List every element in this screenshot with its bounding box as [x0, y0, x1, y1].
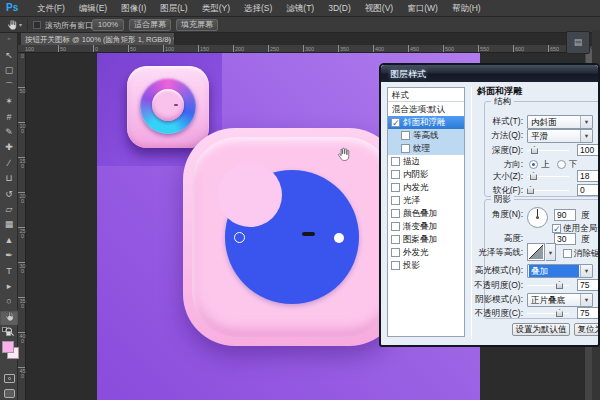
collapsed-panel-icon[interactable]: ▤	[566, 31, 590, 54]
quick-mask-icon[interactable]	[4, 374, 15, 383]
tool-gradient-tool[interactable]: ▦	[0, 217, 18, 232]
tool-lasso-tool[interactable]: ⌒	[0, 79, 18, 94]
scroll-all-windows-checkbox[interactable]	[33, 21, 41, 29]
shadow-mode-select[interactable]: 正片叠底 ▼	[527, 293, 593, 307]
style-checkbox[interactable]	[401, 131, 410, 140]
shadow-opacity-input[interactable]: 75	[577, 307, 600, 319]
chevron-down-icon[interactable]: ▾	[19, 21, 22, 28]
tool-eraser-tool[interactable]: ▱	[0, 202, 18, 217]
layer-style-item[interactable]: 图案叠加	[388, 233, 464, 246]
panel-collapse-icon[interactable]: »	[0, 34, 18, 42]
menu-item[interactable]: 滤镜(T)	[279, 0, 321, 17]
style-checkbox[interactable]	[391, 222, 400, 231]
tool-zoom-tool[interactable]	[0, 325, 18, 340]
tab-close-icon[interactable]: ×	[166, 35, 171, 44]
tool-blur-tool[interactable]: ▲	[0, 233, 18, 248]
gloss-contour-thumbnail[interactable]	[527, 243, 545, 261]
styles-list-panel: 样式 混合选项:默认✓斜面和浮雕等高线纹理描边内阴影内发光光泽颜色叠加渐变叠加图…	[387, 87, 465, 337]
dialog-title-bar[interactable]: 图层样式	[381, 65, 598, 82]
highlight-mode-select[interactable]: 叠加 ▼	[527, 264, 593, 278]
anti-alias-checkbox[interactable]	[563, 249, 572, 258]
menu-item[interactable]: 3D(D)	[321, 0, 358, 17]
tool-type-tool[interactable]: T	[0, 264, 18, 279]
method-label: 方法(Q):	[465, 129, 523, 142]
layer-style-item[interactable]: 光泽	[388, 194, 464, 207]
direction-down-radio[interactable]	[557, 160, 566, 169]
layer-style-item[interactable]: ✓斜面和浮雕	[388, 116, 464, 129]
tool-marquee-tool[interactable]: ▢	[0, 63, 18, 78]
tool-ellipse-tool[interactable]: ○	[0, 294, 18, 309]
soften-slider[interactable]	[527, 184, 569, 196]
layer-style-item[interactable]: 等高线	[388, 129, 464, 142]
technique-select[interactable]: 平滑 ▼	[527, 129, 593, 143]
menu-item[interactable]: 窗口(W)	[400, 0, 445, 17]
style-checkbox[interactable]	[401, 144, 410, 153]
chevron-down-icon[interactable]: ▼	[546, 243, 556, 261]
direction-up-radio[interactable]	[529, 160, 538, 169]
fit-screen-button[interactable]: 适合屏幕	[129, 19, 171, 31]
menu-item[interactable]: 图像(I)	[114, 0, 153, 17]
size-slider[interactable]	[527, 170, 569, 182]
style-checkbox[interactable]	[391, 157, 400, 166]
tool-clone-stamp-tool[interactable]: ⊔	[0, 171, 18, 186]
layer-style-item[interactable]: 渐变叠加	[388, 220, 464, 233]
layer-style-item[interactable]: 混合选项:默认	[388, 103, 464, 116]
layer-style-item[interactable]: 纹理	[388, 142, 464, 155]
tool-hand-tool[interactable]	[0, 310, 18, 325]
size-input[interactable]: 18	[577, 170, 600, 182]
tool-pen-tool[interactable]: ✒	[0, 248, 18, 263]
menu-item[interactable]: 视图(V)	[358, 0, 400, 17]
layer-style-item[interactable]: 内阴影	[388, 168, 464, 181]
tool-history-brush-tool[interactable]: ↺	[0, 187, 18, 202]
ruler-number: 100	[19, 124, 26, 134]
style-checkbox[interactable]	[391, 209, 400, 218]
bevel-style-select[interactable]: 内斜面 ▼	[527, 115, 593, 129]
menu-item[interactable]: 编辑(E)	[72, 0, 114, 17]
tool-crop-tool[interactable]: #	[0, 110, 18, 125]
style-checkbox[interactable]	[391, 196, 400, 205]
tool-brush-tool[interactable]: ∕	[0, 156, 18, 171]
tool-healing-brush-tool[interactable]: ✚	[0, 140, 18, 155]
tool-eyedropper-tool[interactable]: ✎	[0, 125, 18, 140]
layer-style-item[interactable]: 内发光	[388, 181, 464, 194]
layer-style-item[interactable]: 描边	[388, 155, 464, 168]
style-checkbox[interactable]	[391, 170, 400, 179]
angle-dial[interactable]	[527, 207, 548, 228]
style-checkbox[interactable]	[391, 235, 400, 244]
highlight-opacity-input[interactable]: 75	[577, 279, 600, 291]
layer-style-item[interactable]: 颜色叠加	[388, 207, 464, 220]
highlight-opacity-slider[interactable]	[527, 279, 569, 291]
shadow-opacity-slider[interactable]	[527, 307, 569, 319]
menu-item[interactable]: 文件(F)	[30, 0, 72, 17]
style-checkbox[interactable]	[391, 183, 400, 192]
depth-slider[interactable]	[527, 144, 569, 156]
zoom-100-button[interactable]: 100%	[92, 19, 124, 31]
altitude-unit: 度	[581, 233, 590, 246]
tool-path-selection-tool[interactable]: ▸	[0, 279, 18, 294]
style-checkbox[interactable]	[391, 248, 400, 257]
menu-item[interactable]: 类型(Y)	[195, 0, 237, 17]
set-default-button[interactable]: 设置为默认值	[512, 323, 570, 336]
dash-marker	[302, 232, 315, 236]
foreground-color-swatch[interactable]	[2, 341, 14, 353]
layer-style-item[interactable]: 投影	[388, 259, 464, 272]
global-light-checkbox[interactable]: ✓	[552, 224, 561, 233]
altitude-input[interactable]: 30	[554, 233, 576, 245]
layer-style-item[interactable]: 外发光	[388, 246, 464, 259]
screen-mode-icon[interactable]	[4, 389, 15, 398]
tool-quick-selection-tool[interactable]: ✶	[0, 94, 18, 109]
menu-item[interactable]: 图层(L)	[153, 0, 194, 17]
reset-default-button[interactable]: 复位为默认值	[574, 323, 600, 336]
style-checkbox[interactable]	[391, 261, 400, 270]
ruler-number: 150	[19, 159, 26, 169]
menu-item[interactable]: 选择(S)	[237, 0, 279, 17]
style-checkbox[interactable]: ✓	[391, 118, 400, 127]
fill-screen-button[interactable]: 填充屏幕	[176, 19, 218, 31]
ruler-number: 650	[550, 45, 559, 53]
tool-move-tool[interactable]: ↖	[0, 48, 18, 63]
angle-label: 角度(N):	[465, 208, 523, 221]
depth-input[interactable]: 100	[577, 144, 600, 156]
angle-input[interactable]: 90	[554, 209, 576, 221]
menu-item[interactable]: 帮助(H)	[445, 0, 488, 17]
soften-input[interactable]: 0	[577, 184, 600, 196]
